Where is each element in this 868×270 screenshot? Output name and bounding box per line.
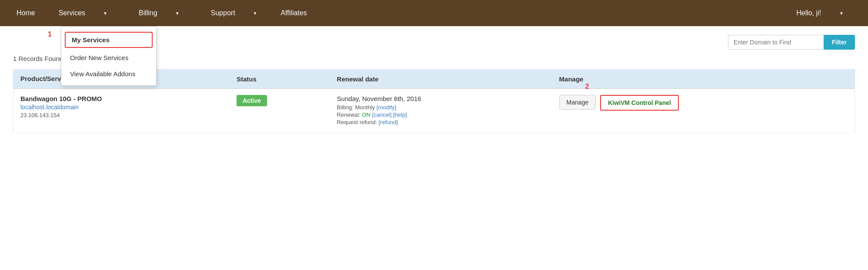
services-chevron-icon: ▼	[95, 0, 115, 26]
services-dropdown-menu: My Services Order New Services View Avai…	[61, 26, 157, 86]
product-domain[interactable]: localhost.localdomain	[20, 104, 223, 111]
nav-affiliates[interactable]: Affiliates	[273, 0, 315, 26]
billing-detail: Billing: Monthly [modify]	[337, 104, 545, 111]
table-row: Bandwagon 10G - PROMO localhost.localdom…	[13, 89, 855, 133]
user-greeting-text: Hello, ji!	[788, 0, 829, 26]
refund-link[interactable]: [refund]	[379, 119, 398, 125]
my-services-menu-item[interactable]: My Services	[65, 32, 153, 48]
renewal-date: Sunday, November 6th, 2016	[337, 95, 545, 102]
navbar: Home Services ▼ Billing ▼ Support ▼ Affi…	[0, 0, 868, 26]
nav-support-dropdown[interactable]: Support ▼	[195, 0, 273, 26]
view-addons-menu-item[interactable]: View Available Addons	[61, 66, 156, 82]
user-chevron-icon: ▼	[831, 0, 851, 26]
refund-detail: Request refund: [refund]	[337, 119, 545, 125]
col-manage: Manage	[552, 70, 855, 89]
kiwi-control-panel-button[interactable]: KiwiVM Control Panel	[600, 95, 679, 111]
manage-button[interactable]: Manage	[559, 95, 596, 110]
col-renewal: Renewal date	[330, 70, 552, 89]
renewal-cell: Sunday, November 6th, 2016 Billing: Mont…	[330, 89, 552, 133]
product-ip: 23.106.143.154	[20, 112, 223, 118]
order-new-services-menu-item[interactable]: Order New Services	[61, 50, 156, 66]
nav-services-dropdown[interactable]: Services ▼	[43, 0, 123, 26]
support-chevron-icon: ▼	[245, 0, 265, 26]
nav-support-label: Support	[203, 0, 243, 26]
filter-button[interactable]: Filter	[824, 35, 855, 50]
manage-buttons: 2 Manage KiwiVM Control Panel	[559, 95, 848, 111]
help-link[interactable]: [help]	[393, 111, 407, 118]
modify-link[interactable]: [modify]	[377, 104, 397, 111]
nav-home[interactable]: Home	[9, 0, 43, 26]
nav-billing-dropdown[interactable]: Billing ▼	[123, 0, 195, 26]
col-status: Status	[230, 70, 330, 89]
billing-chevron-icon: ▼	[167, 0, 187, 26]
product-name: Bandwagon 10G - PROMO	[20, 95, 223, 102]
user-greeting[interactable]: Hello, ji! ▼	[781, 0, 859, 26]
status-badge: Active	[237, 95, 267, 106]
cancel-link[interactable]: [cancel]	[372, 111, 392, 118]
nav-services-label: Services	[51, 0, 93, 26]
step2-indicator: 2	[585, 83, 589, 91]
renewal-on: ON	[362, 111, 371, 118]
renewal-detail: Renewal: ON [cancel] [help]	[337, 111, 545, 118]
manage-cell: 2 Manage KiwiVM Control Panel	[552, 89, 855, 133]
nav-billing-label: Billing	[131, 0, 165, 26]
product-cell: Bandwagon 10G - PROMO localhost.localdom…	[13, 89, 230, 133]
domain-filter-input[interactable]	[728, 35, 824, 50]
status-cell: Active	[230, 89, 330, 133]
step1-indicator: 1	[48, 30, 52, 38]
